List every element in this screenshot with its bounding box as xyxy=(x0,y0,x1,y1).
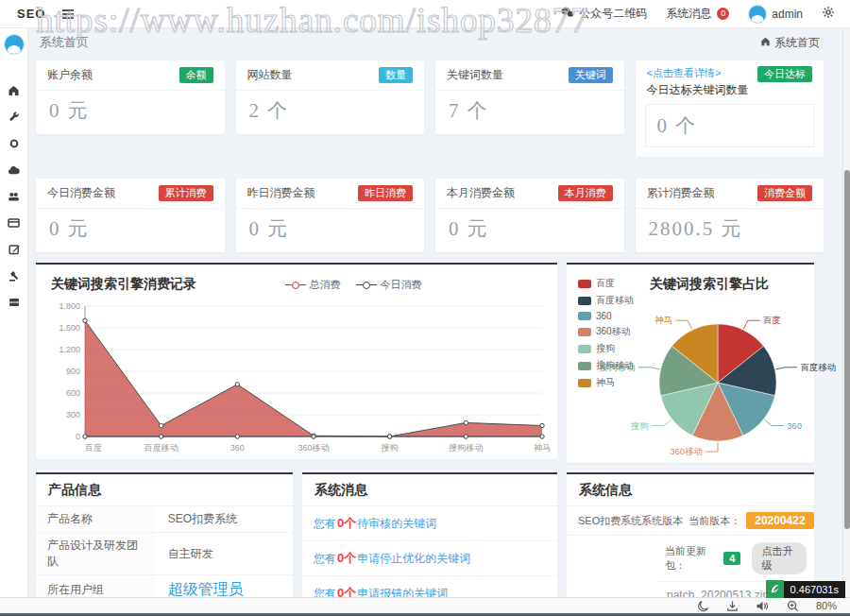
stat-title: 昨日消费金额 xyxy=(247,185,315,201)
svg-text:1,200: 1,200 xyxy=(59,345,80,354)
system-info-panel: 系统信息 SEO扣费系统系统版本 当前版本： 20200422 在线升级 当前更… xyxy=(567,472,814,597)
stat-title: 今日达标关键词数量 xyxy=(647,82,749,98)
stat-card-balance: 账户余额余额 0 元 xyxy=(36,60,225,134)
message-link-error-report[interactable]: 您有0个申请报错的关键词 xyxy=(302,576,557,597)
area-chart: 03006009001,2001,5001,800百度百度移动360360移动搜… xyxy=(42,299,552,457)
package-count-badge: 4 xyxy=(723,552,740,565)
svg-text:600: 600 xyxy=(66,388,80,398)
sidebar-item-tools[interactable] xyxy=(8,111,20,123)
status-badge: 数量 xyxy=(379,67,413,83)
leaf-icon[interactable] xyxy=(766,580,784,598)
table-row: 所在用户组超级管理员 xyxy=(36,575,293,598)
status-badge: 今日达标 xyxy=(757,66,812,82)
svg-text:神马: 神马 xyxy=(654,315,672,325)
panel-title: 产品信息 xyxy=(48,482,101,497)
zoom-level[interactable]: 80% xyxy=(816,600,837,611)
sidebar-item-users[interactable] xyxy=(8,191,20,202)
speaker-icon[interactable] xyxy=(756,600,770,612)
svg-text:360移动: 360移动 xyxy=(670,446,703,456)
stat-card-websites: 网站数量数量 2 个 xyxy=(236,60,425,134)
system-messages-menu[interactable]: 系统消息 0 xyxy=(666,6,729,22)
hamburger-icon[interactable] xyxy=(62,9,74,19)
pie-legend: 百度百度移动360360移动搜狗搜狗移动神马 xyxy=(578,277,634,389)
stat-value: 0 个 xyxy=(645,104,815,147)
moon-icon[interactable] xyxy=(697,600,709,612)
legend-swatch xyxy=(578,345,591,353)
stat-card-today-spend: 今日消费金额累计消费 0 元 xyxy=(36,179,225,252)
stat-value: 0 元 xyxy=(435,209,624,252)
stat-value: 2 个 xyxy=(236,91,425,134)
pie-legend-item[interactable]: 百度移动 xyxy=(578,294,634,307)
pie-legend-item[interactable]: 搜狗移动 xyxy=(578,359,634,372)
legend-swatch xyxy=(578,379,591,387)
load-time: 0.467031s xyxy=(784,581,845,598)
message-link-pending-review[interactable]: 您有0个待审核的关键词 xyxy=(302,506,557,541)
svg-text:百度: 百度 xyxy=(84,443,102,453)
svg-text:百度: 百度 xyxy=(763,315,781,325)
app-logo: SEO xyxy=(17,7,45,21)
download-icon[interactable] xyxy=(726,600,739,612)
pie-legend-item[interactable]: 搜狗 xyxy=(578,342,634,355)
system-messages-panel: 系统消息 您有0个待审核的关键词 您有0个申请停止优化的关键词 您有0个申请报错… xyxy=(302,472,557,597)
pie-legend-item[interactable]: 神马 xyxy=(578,376,634,389)
table-row: 产品名称SEO扣费系统 xyxy=(36,506,293,533)
user-group-link[interactable]: 超级管理员 xyxy=(168,581,244,597)
status-badge: 关键词 xyxy=(569,67,613,83)
view-details-link[interactable]: <点击查看详情> xyxy=(647,66,749,80)
sidebar-item-edit[interactable] xyxy=(8,244,20,255)
load-timer-overlay: 0.467031s xyxy=(766,580,845,598)
stat-title: 累计消费金额 xyxy=(647,185,715,201)
svg-text:1,500: 1,500 xyxy=(59,323,80,333)
avatar xyxy=(748,5,767,24)
svg-text:360移动: 360移动 xyxy=(298,443,329,453)
sidebar-item-auction[interactable] xyxy=(8,270,20,282)
qrcode-menu[interactable]: 公众号二维码 xyxy=(561,6,647,22)
stat-card-yesterday-spend: 昨日消费金额昨日消费 0 元 xyxy=(236,179,425,252)
legend-swatch xyxy=(578,362,591,370)
svg-text:300: 300 xyxy=(66,410,80,419)
settings-menu[interactable] xyxy=(822,6,835,22)
legend-swatch xyxy=(578,312,591,320)
sidebar-item-data[interactable] xyxy=(8,297,20,308)
status-badge: 消费金额 xyxy=(757,185,812,201)
breadcrumb-home-link[interactable]: 系统首页 xyxy=(760,35,820,51)
stat-title: 关键词数量 xyxy=(447,67,503,83)
stat-title: 今日消费金额 xyxy=(47,185,115,201)
stat-title: 本月消费金额 xyxy=(447,185,515,201)
svg-text:百度移动: 百度移动 xyxy=(800,362,836,372)
update-package-row: 当前更新包： 4 点击升级 xyxy=(657,536,814,582)
legend-marker xyxy=(285,281,306,289)
message-link-stop-optimize[interactable]: 您有0个申请停止优化的关键词 xyxy=(302,541,557,576)
sidebar-item-cloud[interactable] xyxy=(8,164,20,176)
zoom-icon[interactable] xyxy=(787,600,799,612)
sidebar-item-monitor[interactable] xyxy=(8,138,20,149)
sidebar-item-home[interactable] xyxy=(8,85,20,96)
pie-legend-item[interactable]: 360 xyxy=(578,311,634,321)
sidebar-avatar[interactable] xyxy=(4,34,25,55)
stat-card-total-spend: 累计消费金额消费金额 2800.5 元 xyxy=(636,179,824,252)
pie-legend-item[interactable]: 360移动 xyxy=(578,325,634,338)
svg-text:搜狗: 搜狗 xyxy=(630,420,649,431)
product-info-panel: 产品信息 产品名称SEO扣费系统 产品设计及研发团队自主研发 所在用户组超级管理… xyxy=(36,472,293,597)
pie-chart: 百度百度移动360360移动搜狗搜狗移动神马 xyxy=(623,291,812,461)
status-badge: 昨日消费 xyxy=(358,185,413,201)
pie-legend-item[interactable]: 百度 xyxy=(578,277,634,290)
legend-item-today[interactable]: 今日消费 xyxy=(356,278,422,292)
status-badge: 本月消费 xyxy=(558,185,613,201)
scrollbar-thumb[interactable] xyxy=(844,170,850,529)
user-menu[interactable]: admin xyxy=(748,5,803,24)
pie-chart-panel: 关键词搜索引擎占比 百度百度移动360360移动搜狗搜狗移动神马 百度百度移动3… xyxy=(567,263,814,463)
scrollbar[interactable] xyxy=(842,28,850,597)
upgrade-button[interactable]: 点击升级 xyxy=(752,542,807,574)
panel-title: 系统消息 xyxy=(314,482,367,497)
stat-title: 网站数量 xyxy=(247,67,293,83)
legend-item-total[interactable]: 总消费 xyxy=(285,278,341,292)
svg-text:900: 900 xyxy=(66,367,80,376)
sidebar-item-orders[interactable] xyxy=(8,217,20,229)
top-header: SEO 公众号二维码 系统消息 0 admin xyxy=(0,0,850,28)
legend-marker xyxy=(356,281,377,289)
consumption-chart-panel: 关键词搜索引擎消费记录 总消费 今日消费 03006009001,2001,50… xyxy=(36,263,557,459)
version-row: SEO扣费系统系统版本 当前版本： 20200422 xyxy=(567,506,814,536)
breadcrumb: 系统首页 xyxy=(40,34,89,51)
svg-text:百度移动: 百度移动 xyxy=(144,443,178,453)
